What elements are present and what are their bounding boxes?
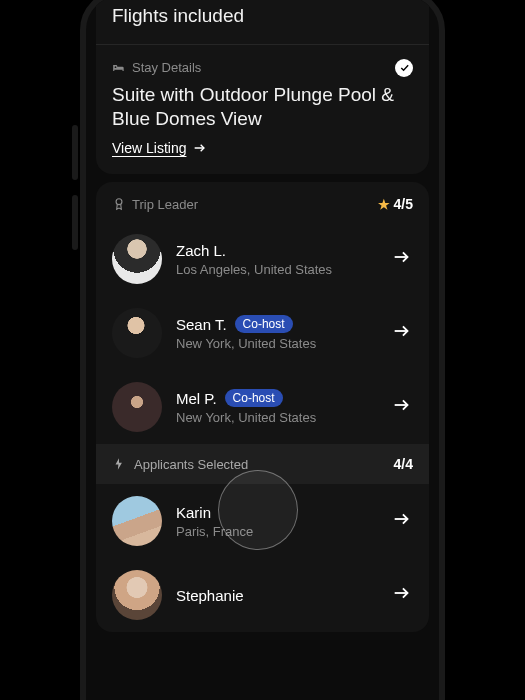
phone-frame: Flight Details Flights included Stay Det…	[80, 0, 445, 700]
phone-side-button	[72, 195, 78, 250]
check-icon	[395, 59, 413, 77]
person-row[interactable]: Stephanie	[96, 558, 429, 632]
arrow-right-icon	[391, 320, 413, 346]
person-name: Zach L.	[176, 242, 226, 259]
person-info: Zach L. Los Angeles, United States	[176, 242, 377, 277]
star-icon: ★	[378, 197, 390, 212]
person-row[interactable]: Karin Paris, France	[96, 484, 429, 558]
people-card: Trip Leader ★ 4/5 Zach L. Los Angeles, U…	[96, 182, 429, 632]
phone-side-button	[72, 125, 78, 180]
arrow-right-icon	[391, 246, 413, 272]
details-card: Flight Details Flights included Stay Det…	[96, 0, 429, 174]
svg-point-1	[116, 199, 122, 205]
trip-leader-label: Trip Leader	[132, 197, 198, 212]
person-info: Sean T. Co-host New York, United States	[176, 315, 377, 351]
flight-title: Flights included	[112, 4, 413, 28]
trip-leader-header: Trip Leader ★ 4/5	[96, 182, 429, 222]
section-header: Stay Details	[112, 59, 413, 77]
avatar	[112, 308, 162, 358]
person-name: Mel P.	[176, 390, 217, 407]
person-info: Karin Paris, France	[176, 504, 377, 539]
arrow-right-icon	[391, 508, 413, 534]
avatar	[112, 496, 162, 546]
stay-details-section: Stay Details Suite with Outdoor Plunge P…	[96, 45, 429, 175]
person-location: New York, United States	[176, 336, 377, 351]
arrow-right-icon	[391, 582, 413, 608]
arrow-right-icon	[391, 394, 413, 420]
screen: Flight Details Flights included Stay Det…	[86, 0, 439, 700]
person-row[interactable]: Zach L. Los Angeles, United States	[96, 222, 429, 296]
person-location: Los Angeles, United States	[176, 262, 377, 277]
applicants-header: Applicants Selected 4/4	[96, 444, 429, 484]
person-row[interactable]: Mel P. Co-host New York, United States	[96, 370, 429, 444]
person-info: Mel P. Co-host New York, United States	[176, 389, 377, 425]
cohost-badge: Co-host	[235, 315, 293, 333]
stay-details-label: Stay Details	[132, 60, 201, 75]
rating-value: 4/5	[394, 196, 413, 212]
view-listing-link[interactable]: View Listing	[112, 140, 208, 158]
stay-title: Suite with Outdoor Plunge Pool & Blue Do…	[112, 83, 413, 131]
person-name: Karin	[176, 504, 211, 521]
avatar	[112, 570, 162, 620]
avatar	[112, 234, 162, 284]
view-listing-label: View Listing	[112, 140, 186, 156]
award-icon	[112, 197, 126, 211]
cohost-badge: Co-host	[225, 389, 283, 407]
bed-icon	[112, 61, 126, 75]
person-info: Stephanie	[176, 587, 377, 604]
bolt-icon	[112, 457, 126, 471]
person-name: Stephanie	[176, 587, 244, 604]
applicants-count: 4/4	[394, 456, 413, 472]
rating: ★ 4/5	[378, 196, 413, 212]
applicants-label: Applicants Selected	[134, 457, 248, 472]
person-location: New York, United States	[176, 410, 377, 425]
person-row[interactable]: Sean T. Co-host New York, United States	[96, 296, 429, 370]
avatar	[112, 382, 162, 432]
person-location: Paris, France	[176, 524, 377, 539]
flight-details-section: Flight Details Flights included	[96, 0, 429, 45]
person-name: Sean T.	[176, 316, 227, 333]
